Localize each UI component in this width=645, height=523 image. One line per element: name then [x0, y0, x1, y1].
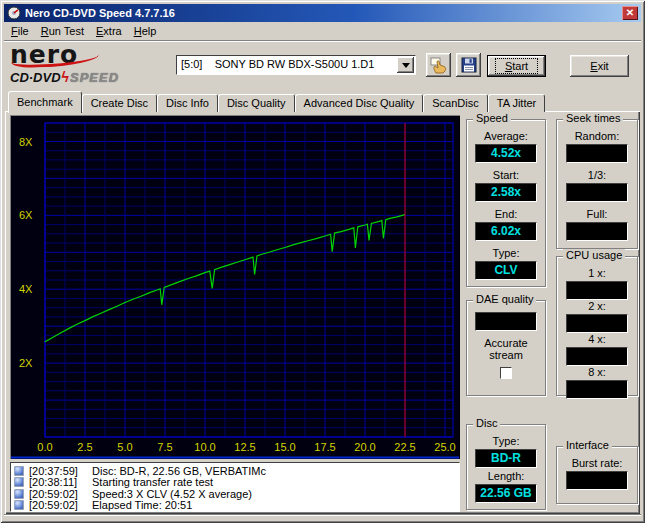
svg-text:17.5: 17.5: [314, 441, 335, 453]
average-value: 4.52x: [475, 144, 537, 163]
speed-panel-title: Speed: [473, 112, 511, 124]
seek-random-label: Random:: [557, 130, 637, 143]
eject-media-button[interactable]: [426, 53, 451, 77]
cpu-1x-value: [566, 281, 628, 300]
cpu-4x-value: [566, 347, 628, 366]
benchmark-chart: 2X4X6X8X0.02.55.07.510.012.515.017.520.0…: [10, 115, 460, 459]
tab-ta-jitter[interactable]: TA Jitter: [488, 94, 546, 112]
svg-text:20.0: 20.0: [354, 441, 375, 453]
window-title: Nero CD-DVD Speed 4.7.7.16: [25, 7, 618, 19]
dae-quality-panel: DAE quality Accurate stream: [466, 300, 546, 396]
cpu-usage-panel: CPU usage 1 x: 2 x: 4 x: 8 x:: [556, 256, 638, 396]
logo-speed-text: SPEED: [70, 70, 119, 85]
logo-cddvd-text: CD·DVD: [10, 70, 61, 85]
end-label: End:: [467, 208, 545, 221]
log-entry-text: Speed:3 X CLV (4.52 X average): [92, 488, 252, 500]
dae-quality-title: DAE quality: [473, 293, 536, 305]
log-entry-time: [20:59:02]: [29, 499, 87, 511]
save-icon: [460, 56, 478, 74]
exit-button-label: Exit: [590, 60, 608, 72]
speed-panel: Speed Average: 4.52x Start: 2.58x End: 6…: [466, 119, 546, 287]
disc-type-value: BD-R: [475, 449, 537, 468]
cpu-usage-title: CPU usage: [563, 249, 625, 261]
seek-third-value: [566, 183, 628, 202]
menu-file[interactable]: File: [5, 23, 35, 39]
tab-advanced-disc-quality[interactable]: Advanced Disc Quality: [295, 94, 424, 112]
disc-length-label: Length:: [467, 470, 545, 483]
svg-text:25.0: 25.0: [434, 441, 455, 453]
menu-toolbar-divider: [4, 40, 641, 42]
speed-type-value: CLV: [475, 261, 537, 280]
tab-create-disc[interactable]: Create Disc: [82, 94, 157, 112]
menu-run-test[interactable]: Run Test: [35, 23, 90, 39]
start-label: Start:: [467, 169, 545, 182]
start-button[interactable]: Start: [487, 55, 546, 77]
drive-select-dropdown-button[interactable]: [397, 57, 414, 73]
log-entry-icon: [14, 500, 24, 510]
log-entry[interactable]: [20:38:11] Starting transfer rate test: [14, 477, 456, 489]
log-entry[interactable]: [20:59:02] Speed:3 X CLV (4.52 X average…: [14, 488, 456, 500]
close-button[interactable]: ✕: [622, 6, 638, 20]
disc-panel-title: Disc: [473, 417, 500, 429]
start-button-label: Start: [495, 58, 538, 74]
tab-strip: Benchmark Create Disc Disc Info Disc Qua…: [8, 90, 545, 112]
cpu-2x-value: [566, 314, 628, 333]
log-entry-time: [20:37:59]: [29, 465, 87, 477]
log-entry-icon: [14, 466, 24, 476]
cpu-8x-value: [566, 380, 628, 399]
svg-text:7.5: 7.5: [157, 441, 172, 453]
svg-text:12.5: 12.5: [234, 441, 255, 453]
tab-disc-quality[interactable]: Disc Quality: [218, 94, 295, 112]
nero-swoosh: [11, 53, 99, 68]
app-icon[interactable]: [7, 6, 21, 20]
svg-text:6X: 6X: [19, 209, 33, 221]
log-entry-time: [20:59:02]: [29, 488, 87, 500]
seek-random-value: [566, 144, 628, 163]
menu-bar: File Run Test Extra Help: [4, 22, 641, 40]
drive-select[interactable]: [5:0] SONY BD RW BDX-S500U 1.D1: [176, 55, 416, 75]
dae-quality-value: [475, 312, 537, 331]
log-entry-text: Disc: BD-R, 22.56 GB, VERBATIMc: [92, 465, 266, 477]
seek-times-title: Seek times: [563, 112, 623, 124]
chevron-down-icon: [402, 63, 410, 68]
seek-third-label: 1/3:: [557, 169, 637, 182]
start-value: 2.58x: [475, 183, 537, 202]
menu-help[interactable]: Help: [128, 23, 163, 39]
app-window: Nero CD-DVD Speed 4.7.7.16 ✕ File Run Te…: [0, 0, 645, 523]
speed-type-label: Type:: [467, 247, 545, 260]
seek-full-label: Full:: [557, 208, 637, 221]
svg-text:22.5: 22.5: [394, 441, 415, 453]
accurate-stream-checkbox[interactable]: [500, 367, 512, 379]
seek-full-value: [566, 222, 628, 241]
svg-text:2X: 2X: [19, 357, 33, 369]
tab-disc-info[interactable]: Disc Info: [157, 94, 218, 112]
accurate-stream-label: Accurate stream: [467, 337, 545, 361]
burst-rate-label: Burst rate:: [557, 457, 637, 470]
lightning-icon: ϟ: [62, 69, 69, 85]
tab-benchmark[interactable]: Benchmark: [8, 91, 82, 113]
interface-panel-title: Interface: [563, 439, 612, 451]
cpu-4x-label: 4 x:: [557, 333, 637, 346]
menu-extra[interactable]: Extra: [90, 23, 128, 39]
svg-text:2.5: 2.5: [77, 441, 92, 453]
log-list: [20:37:59] Disc: BD-R, 22.56 GB, VERBATI…: [10, 462, 460, 512]
end-value: 6.02x: [475, 222, 537, 241]
seek-times-panel: Seek times Random: 1/3: Full:: [556, 119, 638, 249]
drive-select-value: [5:0] SONY BD RW BDX-S500U 1.D1: [177, 56, 396, 74]
svg-text:0.0: 0.0: [37, 441, 52, 453]
title-bar[interactable]: Nero CD-DVD Speed 4.7.7.16 ✕: [4, 4, 641, 22]
disc-length-value: 22.56 GB: [475, 484, 537, 503]
tab-scandisc[interactable]: ScanDisc: [423, 94, 487, 112]
save-results-button[interactable]: [456, 53, 481, 77]
disc-panel: Disc Type: BD-R Length: 22.56 GB: [466, 424, 546, 510]
exit-button[interactable]: Exit: [570, 55, 629, 77]
log-entry[interactable]: [20:59:02] Elapsed Time: 20:51: [14, 500, 456, 512]
svg-text:10.0: 10.0: [194, 441, 215, 453]
cpu-8x-label: 8 x:: [557, 366, 637, 379]
log-entry-time: [20:38:11]: [29, 476, 87, 488]
log-entry[interactable]: [20:37:59] Disc: BD-R, 22.56 GB, VERBATI…: [14, 465, 456, 477]
svg-text:8X: 8X: [19, 136, 33, 148]
svg-text:4X: 4X: [19, 283, 33, 295]
log-entry-text: Elapsed Time: 20:51: [92, 499, 192, 511]
log-entry-text: Starting transfer rate test: [92, 476, 213, 488]
